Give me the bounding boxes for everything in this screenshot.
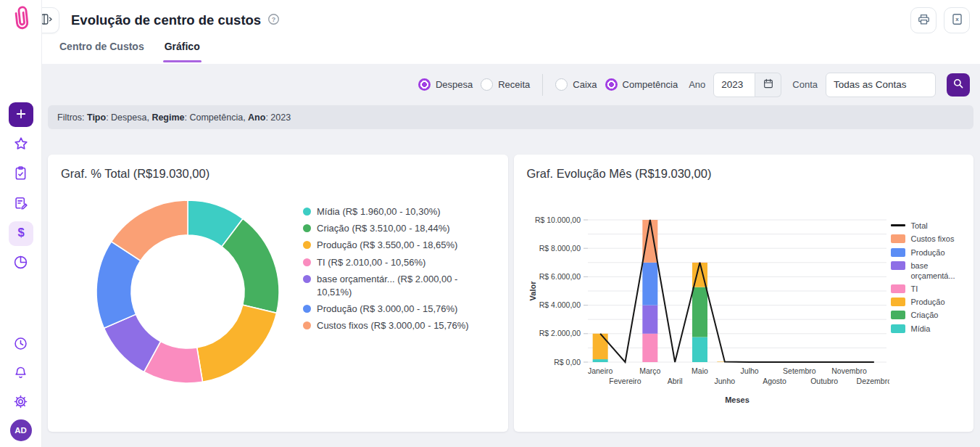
pie-legend-item: Mídia (R$ 1.960,00 - 10,30%) bbox=[303, 205, 495, 218]
sidebar-bottom-nav: AD bbox=[9, 332, 33, 441]
filters-ano-name: Ano bbox=[248, 112, 265, 123]
filter-toolbar: Despesa Receita Caixa Competência Ano bbox=[41, 64, 980, 105]
filters-tipo-value: : Despesa, bbox=[106, 112, 151, 123]
bar-chart-title: Graf. Evolução Mês (R$19.030,00) bbox=[527, 167, 961, 181]
pie-legend-item: Criação (R$ 3.510,00 - 18,44%) bbox=[303, 222, 495, 235]
sidebar-item-notes[interactable] bbox=[9, 192, 33, 216]
radio-caixa[interactable]: Caixa bbox=[555, 78, 597, 91]
sidebar-item-settings[interactable] bbox=[9, 390, 33, 415]
bar-legend-item: Criação bbox=[891, 311, 961, 321]
bell-icon bbox=[13, 365, 28, 382]
pie-chart-icon bbox=[13, 255, 28, 272]
radio-dot bbox=[418, 78, 431, 91]
pie-chart-title: Graf. % Total (R$19.030,00) bbox=[61, 167, 495, 181]
radio-dot bbox=[555, 78, 568, 91]
legend-color-swatch bbox=[891, 324, 905, 333]
tab-grafico[interactable]: Gráfico bbox=[165, 41, 200, 64]
user-avatar[interactable]: AD bbox=[10, 419, 32, 441]
gear-icon bbox=[13, 394, 28, 411]
radio-label: Receita bbox=[498, 79, 530, 90]
toolbar-divider bbox=[542, 74, 543, 96]
pie-chart-legend: Mídia (R$ 1.960,00 - 10,30%)Criação (R$ … bbox=[303, 205, 495, 391]
tab-centro-de-custos[interactable]: Centro de Custos bbox=[59, 41, 144, 64]
legend-color-dot bbox=[303, 305, 311, 313]
radio-dot bbox=[605, 78, 618, 91]
svg-text:Dezembro: Dezembro bbox=[856, 377, 889, 385]
svg-text:R$ 10.000,00: R$ 10.000,00 bbox=[534, 216, 580, 224]
help-circle-icon[interactable]: ? bbox=[267, 13, 280, 28]
print-button[interactable] bbox=[910, 7, 937, 33]
paperclip-logo bbox=[8, 4, 33, 37]
conta-input[interactable] bbox=[826, 73, 936, 97]
bar-legend-item: Mídia bbox=[891, 324, 961, 335]
pie-legend-item: Produção (R$ 3.000,00 - 15,76%) bbox=[303, 303, 495, 316]
pie-legend-item: base orçamentár... (R$ 2.000,00 - 10,51%… bbox=[303, 273, 495, 299]
svg-text:Maio: Maio bbox=[692, 366, 708, 375]
svg-text:Março: Março bbox=[639, 366, 660, 375]
sidebar-nav: $ bbox=[9, 102, 33, 276]
svg-text:Janeiro: Janeiro bbox=[587, 366, 612, 375]
legend-color-dot bbox=[303, 224, 311, 232]
content-area: Despesa Receita Caixa Competência Ano bbox=[41, 64, 980, 447]
search-button[interactable] bbox=[947, 73, 970, 97]
filters-prefix: Filtros: bbox=[57, 112, 87, 123]
legend-color-swatch bbox=[891, 261, 905, 270]
sidebar-item-tasks[interactable] bbox=[9, 162, 33, 186]
sidebar-item-reports[interactable] bbox=[9, 251, 33, 276]
svg-text:R$ 4.000,00: R$ 4.000,00 bbox=[539, 300, 580, 309]
bar-chart-canvas[interactable]: R$ 0,00R$ 2.000,00R$ 4.000,00R$ 6.000,00… bbox=[527, 208, 889, 413]
legend-color-dot bbox=[303, 321, 311, 329]
sidebar-item-finance[interactable]: $ bbox=[9, 221, 33, 246]
svg-text:Outubro: Outubro bbox=[810, 377, 838, 385]
clock-icon bbox=[13, 336, 28, 353]
sidebar-item-favorites[interactable] bbox=[9, 132, 33, 157]
note-edit-icon bbox=[13, 195, 28, 213]
charts-row: Graf. % Total (R$19.030,00) Mídia (R$ 1.… bbox=[48, 155, 973, 432]
radio-competencia[interactable]: Competência bbox=[605, 78, 678, 91]
pie-legend-item: TI (R$ 2.010,00 - 10,56%) bbox=[303, 256, 495, 269]
add-button[interactable] bbox=[9, 102, 33, 127]
svg-text:R$ 2.000,00: R$ 2.000,00 bbox=[539, 329, 580, 337]
printer-icon bbox=[917, 12, 931, 28]
plus-icon bbox=[14, 107, 28, 123]
bar-legend-item: Total bbox=[891, 221, 961, 231]
sidebar-item-notifications[interactable] bbox=[9, 361, 33, 386]
legend-color-swatch bbox=[891, 311, 905, 319]
legend-color-swatch bbox=[891, 298, 905, 306]
pie-legend-item: Produção (R$ 3.550,00 - 18,65%) bbox=[303, 239, 495, 252]
radio-dot bbox=[481, 78, 493, 91]
pie-chart-card: Graf. % Total (R$19.030,00) Mídia (R$ 1.… bbox=[48, 155, 508, 432]
legend-color-dot bbox=[303, 241, 311, 249]
bar-legend-item: Produção bbox=[891, 298, 961, 308]
conta-label: Conta bbox=[792, 79, 818, 90]
svg-text:Junho: Junho bbox=[714, 377, 735, 385]
page-header: Evolução de centro de custos ? x bbox=[41, 0, 980, 41]
svg-text:Agosto: Agosto bbox=[763, 377, 786, 385]
bar-legend-item: base orçamentá... bbox=[891, 261, 961, 282]
svg-text:Meses: Meses bbox=[725, 395, 749, 404]
calendar-icon bbox=[763, 78, 774, 91]
legend-color-dot bbox=[303, 258, 311, 266]
bar-legend-item: Custos fixos bbox=[891, 234, 961, 245]
search-icon bbox=[952, 77, 965, 92]
pie-legend-item: Custos fixos (R$ 3.000,00 - 15,76%) bbox=[303, 319, 495, 332]
sidebar: $ AD bbox=[0, 0, 42, 447]
filters-ano-value: : 2023 bbox=[265, 112, 291, 123]
radio-receita[interactable]: Receita bbox=[481, 78, 530, 91]
filters-tipo-name: Tipo bbox=[87, 112, 106, 123]
svg-text:R$ 8.000,00: R$ 8.000,00 bbox=[539, 244, 580, 253]
ano-input[interactable] bbox=[713, 73, 755, 97]
radio-label: Despesa bbox=[436, 79, 473, 90]
calendar-button[interactable] bbox=[755, 73, 781, 97]
export-excel-button[interactable]: x bbox=[944, 7, 970, 33]
sidebar-item-history[interactable] bbox=[9, 332, 33, 357]
excel-export-icon: x bbox=[950, 12, 964, 28]
svg-text:Abril: Abril bbox=[667, 377, 682, 385]
svg-text:Novembro: Novembro bbox=[831, 366, 867, 375]
svg-text:Julho: Julho bbox=[740, 366, 758, 375]
filters-regime-name: Regime bbox=[151, 112, 184, 123]
svg-text:x: x bbox=[955, 16, 959, 22]
radio-despesa[interactable]: Despesa bbox=[418, 78, 473, 91]
pie-chart-canvas[interactable] bbox=[91, 195, 284, 391]
dollar-icon: $ bbox=[13, 225, 29, 243]
